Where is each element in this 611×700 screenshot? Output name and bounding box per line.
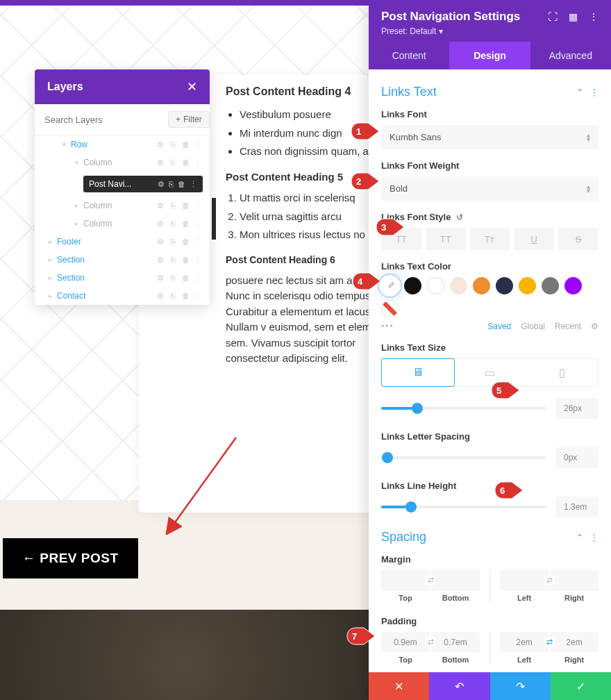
gear-icon[interactable]: ⚙ (156, 256, 165, 265)
trash-icon[interactable]: 🗑 (181, 140, 190, 149)
layer-row[interactable]: ▸ Column ⚙⎘🗑⋮ (35, 215, 210, 233)
tab-advanced[interactable]: Advanced (530, 42, 611, 69)
filter-button[interactable]: +Filter (168, 111, 210, 128)
trash-icon[interactable]: 🗑 (181, 256, 190, 265)
desktop-icon[interactable]: 🖥 (381, 358, 455, 387)
spacing-input[interactable]: 0px (555, 447, 599, 468)
padding-top-input[interactable]: 0.9em (381, 632, 430, 653)
gear-icon[interactable]: ⚙ (158, 180, 165, 189)
section-links-text[interactable]: Links Text (381, 85, 437, 99)
save-button[interactable]: ✓ (551, 672, 611, 700)
section-spacing[interactable]: Spacing (381, 530, 426, 544)
collapse-icon[interactable]: ⌃ (576, 533, 583, 542)
more-icon[interactable]: ⋮ (190, 180, 197, 189)
recent-tab[interactable]: Recent (555, 322, 581, 331)
color-swatch[interactable] (542, 277, 559, 294)
gear-icon[interactable]: ⚙ (156, 201, 165, 210)
more-icon[interactable]: ⋮ (193, 219, 203, 228)
duplicate-icon[interactable]: ⎘ (168, 238, 178, 247)
more-icon[interactable]: ⋮ (193, 292, 203, 301)
trash-icon[interactable]: 🗑 (181, 238, 190, 247)
size-slider[interactable] (381, 407, 546, 410)
layer-row[interactable]: ▸ Footer ⚙⎘🗑⋮ (35, 233, 210, 251)
more-icon[interactable]: ⋮ (193, 201, 203, 210)
trash-icon[interactable]: 🗑 (181, 158, 190, 167)
link-icon[interactable]: ⇄ (544, 576, 555, 585)
layer-row[interactable]: ▾ Column ⚙⎘🗑⋮ (35, 153, 210, 172)
preset-label[interactable]: Preset: Default ▾ (381, 26, 599, 36)
color-swatch[interactable] (519, 277, 536, 294)
link-icon[interactable]: ⇄ (426, 576, 436, 585)
layer-row[interactable]: ▸ Contact ⚙⎘🗑⋮ (35, 287, 210, 305)
close-icon[interactable]: ✕ (187, 79, 197, 94)
strikethrough-button[interactable]: S (558, 228, 599, 250)
global-tab[interactable]: Global (521, 322, 545, 331)
smallcaps-button[interactable]: Tᴛ (470, 228, 510, 250)
trash-icon[interactable]: 🗑 (181, 201, 190, 210)
lh-input[interactable]: 1.3em (555, 497, 599, 517)
color-swatch[interactable] (404, 277, 421, 294)
padding-left-input[interactable]: 2em (500, 632, 549, 653)
trash-icon[interactable]: 🗑 (181, 274, 190, 283)
layer-row[interactable]: ▸ Section ⚙⎘🗑⋮ (35, 269, 210, 287)
trash-icon[interactable]: 🗑 (181, 219, 190, 228)
reset-icon[interactable]: ↺ (456, 212, 463, 222)
undo-button[interactable]: ↶ (429, 672, 489, 700)
margin-right-input[interactable] (550, 570, 599, 591)
color-swatch[interactable] (427, 277, 444, 294)
size-input[interactable]: 26px (555, 398, 599, 419)
color-picker-icon[interactable] (381, 277, 399, 294)
tab-content[interactable]: Content (369, 42, 449, 69)
duplicate-icon[interactable]: ⎘ (168, 201, 178, 210)
margin-bottom-input[interactable] (431, 570, 480, 591)
more-icon[interactable]: ⋮ (590, 533, 599, 542)
cancel-button[interactable]: ✕ (369, 672, 429, 700)
search-input[interactable] (44, 115, 161, 125)
color-swatch[interactable] (473, 277, 490, 294)
margin-left-input[interactable] (500, 570, 549, 591)
tab-design[interactable]: Design (449, 42, 530, 69)
lh-slider[interactable] (381, 506, 546, 508)
link-icon[interactable]: ⇄ (544, 638, 555, 647)
saved-tab[interactable]: Saved (487, 322, 511, 331)
padding-bottom-input[interactable]: 0.7em (431, 632, 480, 653)
gear-icon[interactable]: ⚙ (156, 292, 165, 301)
more-icon[interactable]: ⋮ (193, 256, 203, 265)
more-icon[interactable]: ⋮ (589, 11, 599, 22)
layer-row[interactable]: ▾ Row ⚙⎘🗑⋮ (35, 135, 210, 153)
margin-top-input[interactable] (381, 570, 430, 591)
color-swatch-transparent[interactable] (381, 300, 399, 317)
duplicate-icon[interactable]: ⎘ (168, 158, 178, 167)
more-icon[interactable]: ⋮ (193, 274, 203, 283)
spacing-slider[interactable] (381, 456, 546, 459)
link-icon[interactable]: ⇄ (426, 638, 436, 647)
layer-row[interactable]: ▸ Section ⚙⎘🗑⋮ (35, 251, 210, 269)
grid-icon[interactable]: ▦ (569, 11, 578, 22)
more-icon[interactable]: ⋮ (193, 158, 203, 167)
gear-icon[interactable]: ⚙ (156, 219, 165, 228)
redo-button[interactable]: ↷ (490, 672, 551, 700)
duplicate-icon[interactable]: ⎘ (168, 292, 178, 301)
gear-icon[interactable]: ⚙ (156, 158, 165, 167)
padding-right-input[interactable]: 2em (550, 632, 599, 653)
weight-select[interactable]: Bold ▴▾ (381, 176, 599, 201)
layer-row[interactable]: ▸ Column ⚙⎘🗑⋮ (35, 197, 210, 215)
phone-icon[interactable]: ▯ (526, 359, 598, 386)
color-swatch[interactable] (450, 277, 467, 294)
more-icon[interactable]: ⋮ (193, 238, 203, 247)
trash-icon[interactable]: 🗑 (181, 292, 190, 301)
gear-icon[interactable]: ⚙ (591, 322, 599, 331)
color-swatch[interactable] (496, 277, 513, 294)
font-select[interactable]: Kumbh Sans ▴▾ (381, 125, 599, 149)
more-icon[interactable]: ⋮ (193, 140, 203, 149)
color-swatch[interactable] (564, 277, 582, 294)
more-colors-icon[interactable]: ••• (381, 322, 394, 331)
gear-icon[interactable]: ⚙ (156, 238, 165, 247)
layer-row-active[interactable]: Post Navi... ⚙ ⎘ 🗑 ⋮ (35, 172, 210, 197)
collapse-icon[interactable]: ⌃ (576, 88, 583, 97)
expand-icon[interactable]: ⛶ (548, 11, 558, 22)
capitalize-button[interactable]: TT (426, 228, 466, 250)
more-icon[interactable]: ⋮ (590, 88, 599, 97)
underline-button[interactable]: U (514, 228, 554, 250)
duplicate-icon[interactable]: ⎘ (168, 140, 178, 149)
